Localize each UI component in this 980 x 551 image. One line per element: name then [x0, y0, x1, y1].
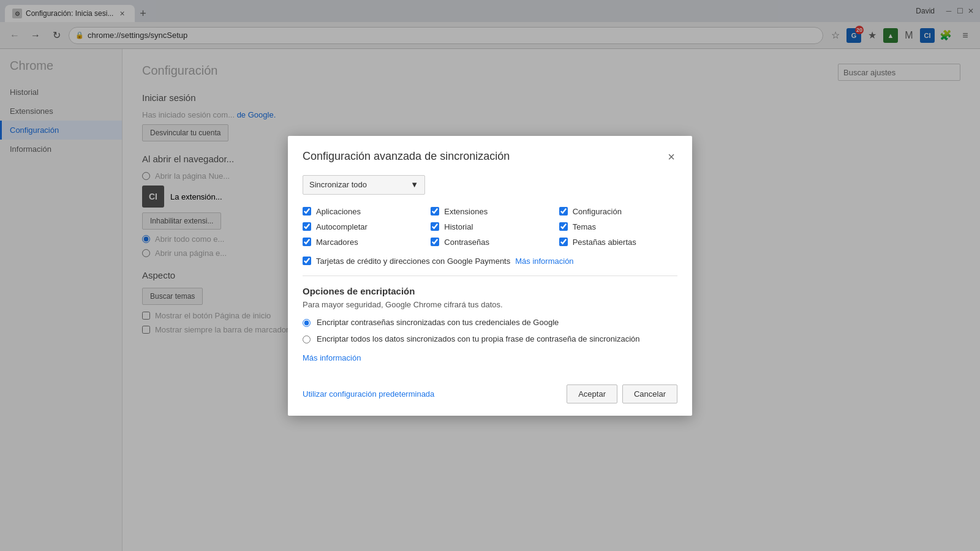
- checkbox-contrasenas[interactable]: Contraseñas: [431, 238, 549, 247]
- checkbox-pestanas-label: Pestañas abiertas: [573, 238, 636, 247]
- dialog-footer: Utilizar configuración predeterminada Ac…: [288, 375, 692, 416]
- modal-overlay: Configuración avanzada de sincronización…: [0, 0, 980, 551]
- dialog-close-button[interactable]: ×: [665, 148, 677, 165]
- checkbox-marcadores[interactable]: Marcadores: [303, 238, 421, 247]
- checkbox-marcadores-input[interactable]: [303, 238, 311, 246]
- checkbox-contrasenas-label: Contraseñas: [444, 238, 489, 247]
- credit-card-checkbox[interactable]: [303, 257, 311, 265]
- checkbox-configuracion-label: Configuración: [573, 207, 622, 216]
- encryption-label-2: Encriptar todos los datos sincronizados …: [317, 334, 640, 343]
- divider: [303, 276, 677, 276]
- checkbox-marcadores-label: Marcadores: [316, 238, 358, 247]
- dialog-title: Configuración avanzada de sincronización: [303, 150, 510, 163]
- checkbox-autocompletar[interactable]: Autocompletar: [303, 222, 421, 231]
- encryption-more-info-link[interactable]: Más información: [303, 353, 361, 362]
- checkbox-temas[interactable]: Temas: [559, 222, 677, 231]
- encryption-desc: Para mayor seguridad, Google Chrome cifr…: [303, 300, 677, 309]
- cancel-button[interactable]: Cancelar: [622, 384, 677, 403]
- encryption-option-1[interactable]: Encriptar contraseñas sincronizadas con …: [303, 318, 677, 327]
- checkbox-pestanas[interactable]: Pestañas abiertas: [559, 238, 677, 247]
- credit-card-row: Tarjetas de crédito y direcciones con Go…: [303, 257, 677, 266]
- sync-checkboxes-grid: Aplicaciones Extensiones Configuración A…: [303, 207, 677, 247]
- checkbox-extensiones-input[interactable]: [431, 207, 439, 216]
- checkbox-historial-input[interactable]: [431, 222, 439, 231]
- checkbox-autocompletar-input[interactable]: [303, 222, 311, 231]
- dialog-body: Sincronizar todo ▼ Aplicaciones Extensio…: [288, 175, 692, 375]
- encryption-label-1: Encriptar contraseñas sincronizadas con …: [317, 318, 559, 327]
- checkbox-pestanas-input[interactable]: [559, 238, 568, 246]
- checkbox-aplicaciones-input[interactable]: [303, 207, 311, 216]
- sync-dropdown[interactable]: Sincronizar todo ▼: [303, 175, 425, 195]
- dialog-header: Configuración avanzada de sincronización…: [288, 136, 692, 175]
- footer-buttons: Aceptar Cancelar: [567, 384, 677, 403]
- checkbox-temas-label: Temas: [573, 222, 596, 231]
- encryption-radio-2[interactable]: [303, 335, 311, 343]
- checkbox-historial[interactable]: Historial: [431, 222, 549, 231]
- checkbox-extensiones[interactable]: Extensiones: [431, 207, 549, 216]
- sync-dropdown-arrow: ▼: [410, 180, 418, 189]
- sync-dialog: Configuración avanzada de sincronización…: [288, 136, 692, 416]
- encryption-section: Opciones de encriptación Para mayor segu…: [303, 286, 677, 362]
- checkbox-autocompletar-label: Autocompletar: [316, 222, 368, 231]
- checkbox-extensiones-label: Extensiones: [444, 207, 488, 216]
- checkbox-configuracion-input[interactable]: [559, 207, 568, 216]
- checkbox-temas-input[interactable]: [559, 222, 568, 231]
- encryption-title: Opciones de encriptación: [303, 286, 677, 296]
- default-config-link[interactable]: Utilizar configuración predeterminada: [303, 389, 434, 399]
- credit-card-more-info[interactable]: Más información: [515, 257, 573, 266]
- checkbox-configuracion[interactable]: Configuración: [559, 207, 677, 216]
- checkbox-aplicaciones-label: Aplicaciones: [316, 207, 361, 216]
- encryption-option-2[interactable]: Encriptar todos los datos sincronizados …: [303, 334, 677, 343]
- encryption-radio-1[interactable]: [303, 319, 311, 327]
- credit-card-label: Tarjetas de crédito y direcciones con Go…: [316, 257, 510, 266]
- accept-button[interactable]: Aceptar: [567, 384, 617, 403]
- checkbox-contrasenas-input[interactable]: [431, 238, 439, 246]
- sync-dropdown-value: Sincronizar todo: [309, 180, 367, 189]
- checkbox-historial-label: Historial: [444, 222, 473, 231]
- checkbox-aplicaciones[interactable]: Aplicaciones: [303, 207, 421, 216]
